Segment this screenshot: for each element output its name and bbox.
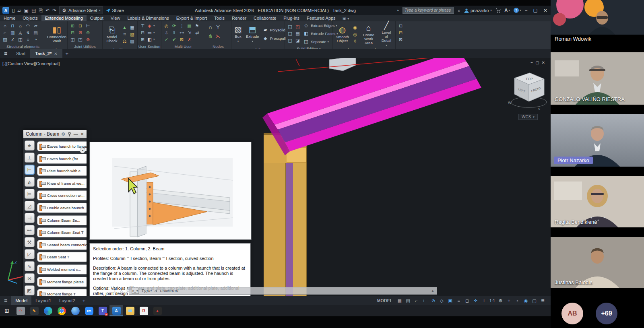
cart-icon[interactable] xyxy=(495,8,501,13)
participant-video[interactable]: Piotr Nazarko xyxy=(551,114,644,167)
viewport-controls-label[interactable]: [-][Custom View][Conceptual] xyxy=(2,61,60,66)
smooth-object-button[interactable]: ◍ Smooth Object xyxy=(334,22,350,46)
taskbar-app-icon-1[interactable]: ◠ xyxy=(14,305,27,316)
file-tab-task2[interactable]: Task_2* ✕ xyxy=(30,49,62,58)
graphics-performance-icon[interactable]: ◉ xyxy=(523,298,529,303)
category-purlin-icon[interactable]: ⊨ xyxy=(25,189,35,199)
taskbar-edge-icon[interactable] xyxy=(41,305,55,316)
taskbar-whiteboard-icon[interactable]: ✎ xyxy=(27,305,41,316)
palette-item[interactable]: Column Beam Seat T xyxy=(37,227,87,237)
annotation-plus-icon[interactable]: + xyxy=(506,298,512,303)
palette-minimize-icon[interactable]: — xyxy=(74,132,78,136)
viewcube[interactable]: TOP LEFT FRONT W S xyxy=(506,69,551,113)
participant-video[interactable]: Justinas Balodis xyxy=(551,237,644,288)
palette-properties-icon[interactable]: ⚙ xyxy=(61,132,65,137)
model-check-button[interactable]: ⎘ Model Check xyxy=(104,22,120,46)
annotation-scale[interactable]: 1:1 xyxy=(489,299,495,303)
ribbon-z-icon[interactable]: Z xyxy=(9,36,16,43)
search-expand-arrow[interactable]: ▸ xyxy=(397,8,399,12)
joint-search-icon[interactable]: ◰ xyxy=(77,36,84,43)
taskbar-chrome-icon[interactable] xyxy=(55,305,68,316)
file-tab-menu-icon[interactable]: ≡ xyxy=(0,50,11,57)
model-viewport[interactable]: [-][Custom View][Conceptual] −▢✕ TOP LEF… xyxy=(0,58,551,296)
palette-item[interactable]: Cross connection wi... xyxy=(37,190,87,200)
mesh-edit-icon[interactable]: ◊ xyxy=(352,38,359,45)
ribbon-gable-icon[interactable]: ◬ xyxy=(17,29,24,36)
participant-video[interactable] xyxy=(551,0,644,35)
check-list-icon[interactable]: ▤ xyxy=(129,38,136,45)
layout-tab-layout2[interactable]: Layout2 xyxy=(55,296,79,305)
palette-item[interactable]: Eaves haunch (fro... xyxy=(37,154,87,164)
viewport-minimize-icon[interactable]: − xyxy=(530,60,535,65)
palette-item[interactable]: Double eaves haunch... xyxy=(37,203,87,213)
connection-vault-button[interactable]: ▮▯ Connection Vault xyxy=(46,22,68,46)
ribbon-grid-icon[interactable]: ∩ xyxy=(2,23,8,29)
category-tube-icon[interactable]: ⊷ xyxy=(25,225,35,235)
wcs-selector[interactable]: WCS▾ xyxy=(518,114,538,120)
ribbon-plate-icon[interactable]: ▱ xyxy=(32,23,39,29)
ribbon-curved-icon[interactable]: ◠ xyxy=(25,23,31,29)
mu-blank[interactable]: · xyxy=(194,36,200,43)
palette-item[interactable]: Eaves haunch to flange xyxy=(37,141,87,151)
taskbar-explorer-icon[interactable] xyxy=(123,305,137,316)
wa-box-icon[interactable]: ⊡ xyxy=(397,23,404,29)
level-of-detail-button[interactable]: ╱ Level of Detail▾ xyxy=(379,22,394,46)
ribbon-bracing-icon[interactable]: ▨ xyxy=(2,36,8,43)
node-y-icon[interactable]: Y xyxy=(215,24,221,31)
new-drawing-tab-button[interactable]: + xyxy=(66,51,69,57)
category-column-beam-icon[interactable]: ⊢ xyxy=(25,165,35,175)
category-misc-icon[interactable]: ◩ xyxy=(25,285,35,295)
category-favorites-icon[interactable]: ★ xyxy=(25,140,35,151)
box-button[interactable]: ▧ Box▾ xyxy=(233,22,243,46)
mu-release-icon[interactable]: ✗ xyxy=(186,36,193,43)
file-tab-start[interactable]: Start xyxy=(11,49,30,58)
redo-icon[interactable]: ↷ xyxy=(52,8,56,13)
thicken-icon[interactable]: ◪ xyxy=(294,37,301,44)
ribbon-options-icon[interactable]: ▣ ▾ xyxy=(343,16,349,21)
tab-view[interactable]: View xyxy=(107,15,124,21)
shell-icon[interactable]: ◰ xyxy=(287,37,293,44)
ribbon-column-icon[interactable]: ▥ xyxy=(9,29,16,36)
mesh-refine-icon[interactable]: ◉ xyxy=(352,24,359,31)
isodraft-icon[interactable]: ◇ xyxy=(439,298,445,303)
participant-avatar-ab[interactable]: AB xyxy=(561,303,583,324)
palette-item[interactable]: Moment flange T xyxy=(37,289,87,296)
new-file-icon[interactable]: ▯ xyxy=(12,8,15,13)
tab-labels-dimensions[interactable]: Labels & Dimensions xyxy=(124,15,173,21)
workspace-gear-icon[interactable]: ⚙ xyxy=(497,298,504,303)
isolate-objects-icon[interactable]: ▢ xyxy=(531,298,537,303)
taskbar-revit-icon[interactable]: R xyxy=(137,305,151,316)
check-display-icon[interactable]: ▧ xyxy=(129,31,136,38)
joint-check-icon[interactable]: ⊕ xyxy=(85,29,91,36)
section-box-dropdown[interactable]: ◈▾ xyxy=(147,23,157,29)
ribbon-beam-icon[interactable]: ⌐ xyxy=(2,29,8,36)
osnap-icon[interactable]: ▣ xyxy=(447,298,453,303)
help-menu[interactable]: ?▾ xyxy=(514,8,521,13)
ribbon-stairs-icon[interactable]: ▤ xyxy=(32,29,39,36)
tab-output[interactable]: Output xyxy=(87,15,107,21)
wa-sheet-icon[interactable]: ⊠ xyxy=(397,36,404,43)
presspull-button[interactable]: ◆Presspull xyxy=(262,35,286,42)
mu-user-icon[interactable]: ⊶ xyxy=(178,29,185,36)
participant-video[interactable]: GONZALO VALIÑO RIESTRA xyxy=(551,52,644,105)
viewport-restore-icon[interactable]: ▢ xyxy=(535,60,541,65)
dynamic-ucs-icon[interactable]: ⟂ xyxy=(481,298,487,303)
palette-item[interactable]: Knee of frame at we... xyxy=(37,178,87,188)
category-gusset-icon[interactable]: ◿ xyxy=(25,201,35,211)
node-add-icon[interactable]: ⋔ xyxy=(207,33,214,39)
wa-section-icon[interactable]: ⊟ xyxy=(397,29,404,36)
participant-overflow-count[interactable]: +69 xyxy=(596,303,617,324)
check-audit-icon[interactable]: ⌗ xyxy=(121,31,128,38)
union-icon[interactable]: ◱ xyxy=(287,23,293,30)
mesh-crease-icon[interactable]: ◎ xyxy=(352,31,359,38)
palette-scroll-up-icon[interactable]: ◂ xyxy=(80,148,85,153)
mu-merge-icon[interactable]: ⇲ xyxy=(186,29,193,36)
autocad-app-icon[interactable]: A xyxy=(2,7,9,14)
section-edit-icon[interactable]: ⊟ xyxy=(139,29,146,36)
minimize-button[interactable]: − xyxy=(525,8,528,13)
viewport-close-icon[interactable]: ✕ xyxy=(542,60,547,65)
save-as-icon[interactable]: ▤ xyxy=(31,8,36,13)
mu-grid-icon[interactable]: ▦ xyxy=(186,23,193,29)
tab-extended-modeling[interactable]: Extended Modeling xyxy=(41,15,87,21)
command-line-bar[interactable]: ▸_▾ Type a command ▲ xyxy=(129,287,437,295)
